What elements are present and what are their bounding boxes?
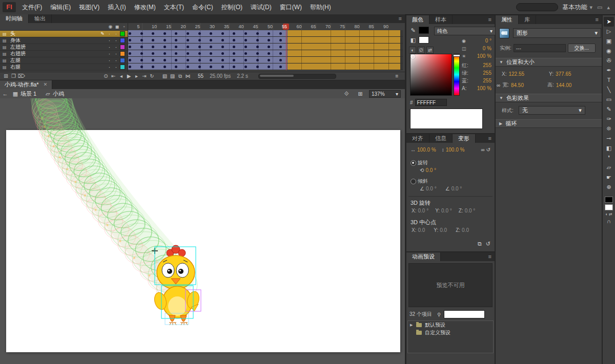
green-row[interactable]: 绿: 255	[462, 70, 491, 76]
lasso-tool[interactable]: ✇	[604, 56, 614, 66]
menu-修改(M)[interactable]: 修改(M)	[130, 0, 160, 14]
layer-lock-dot[interactable]: ·	[113, 65, 119, 70]
panel-menu-icon[interactable]: ≡	[596, 15, 602, 24]
selected-frames-span[interactable]	[288, 44, 400, 50]
tab-library[interactable]: 库	[519, 15, 536, 24]
reset-scale-icon[interactable]: ↺	[486, 147, 490, 153]
rotate-radio[interactable]	[411, 160, 416, 166]
scale-y-value[interactable]: 100.0 %	[446, 147, 465, 153]
keyframe-dot[interactable]	[221, 39, 224, 41]
selection-tool[interactable]: ➤	[604, 17, 614, 27]
menu-编辑(E)[interactable]: 编辑(E)	[46, 0, 75, 14]
hue-slider[interactable]	[454, 54, 460, 96]
style-dropdown[interactable]: 无 ▾	[519, 106, 585, 115]
swap-button[interactable]: 交换...	[568, 44, 596, 53]
keyframe-dot[interactable]	[268, 32, 270, 35]
keyframe-dot[interactable]	[233, 52, 235, 55]
instance-name-box[interactable]: ---	[514, 44, 566, 52]
skew-x-value[interactable]: 0.0 °	[426, 186, 437, 191]
rot3d-x-value[interactable]: 0.0 °	[418, 208, 428, 213]
keyframe-dot[interactable]	[129, 46, 131, 48]
frames-右翅膀[interactable]	[128, 50, 403, 57]
keyframe-dot[interactable]	[210, 32, 212, 35]
tween-span[interactable]	[128, 30, 288, 36]
saturation-row[interactable]: ◫ 0 %	[462, 45, 491, 52]
tab-timeline[interactable]: 时间轴	[0, 14, 29, 23]
last-frame-button[interactable]: ⇥	[140, 73, 148, 79]
scrollbar-thumb[interactable]	[260, 75, 294, 77]
pencil-tool[interactable]: ✎	[604, 104, 614, 114]
frames-身体[interactable]	[128, 37, 403, 44]
menu-窗口(W)[interactable]: 窗口(W)	[276, 0, 306, 14]
stroke-color-control[interactable]: ✎	[409, 27, 429, 34]
tab-info[interactable]: 信息	[429, 134, 453, 143]
stroke-color-chip[interactable]	[419, 27, 429, 34]
tab-transform[interactable]: 变形	[453, 134, 476, 143]
keyframe-dot[interactable]	[210, 66, 212, 68]
keyframe-dot[interactable]	[268, 52, 270, 55]
rectangle-tool[interactable]: ▭	[604, 95, 614, 104]
pen-tool[interactable]: ✒	[604, 66, 614, 75]
keyframe-dot[interactable]	[187, 66, 189, 68]
3d-rotation-tool[interactable]: ◉	[604, 46, 614, 56]
zoom-dropdown[interactable]: 137% ▾	[369, 90, 401, 98]
keyframe-dot[interactable]	[256, 39, 259, 41]
frame-ruler[interactable]: 51015202530354045505560657075808590	[128, 23, 403, 31]
looping-section[interactable]: ▶ 循环	[496, 119, 602, 128]
keyframe-dot[interactable]	[140, 59, 143, 61]
layer-lock-dot[interactable]: ·	[113, 51, 119, 57]
keyframe-dot[interactable]	[279, 46, 282, 48]
position-size-section[interactable]: ▼ 位置和大小	[496, 58, 602, 67]
selected-frames-span[interactable]	[288, 30, 400, 36]
default-colors-icon[interactable]: ◐	[409, 47, 416, 54]
symbol-breadcrumb[interactable]: 小鸡	[53, 90, 64, 98]
keyframe-dot[interactable]	[198, 46, 201, 48]
preset-folder-自定义预设[interactable]: 自定义预设	[408, 329, 493, 336]
new-layer-button[interactable]: ⊞	[2, 73, 10, 79]
stroke-color-chip[interactable]	[605, 197, 613, 203]
layer-outline-color-chip[interactable]	[120, 65, 125, 70]
first-frame-button[interactable]: ⇤	[110, 73, 117, 79]
keyframe-dot[interactable]	[210, 59, 212, 61]
layer-visibility-dot[interactable]: ·	[106, 45, 113, 50]
keyframe-dot[interactable]	[198, 32, 201, 35]
color-marker[interactable]	[411, 54, 415, 59]
tab-align[interactable]: 对齐	[406, 134, 429, 143]
paint-bucket-tool[interactable]: ◧	[604, 143, 614, 153]
menu-文本(T)[interactable]: 文本(T)	[160, 0, 188, 14]
layer-lock-dot[interactable]: ·	[113, 31, 119, 37]
keyframe-dot[interactable]	[221, 66, 224, 68]
keyframe-dot[interactable]	[187, 59, 189, 61]
layer-lock-dot[interactable]: ·	[113, 58, 119, 63]
keyframe-dot[interactable]	[221, 52, 224, 55]
blue-row[interactable]: 蓝: 255	[462, 77, 491, 84]
y-position-value[interactable]: 377.65	[556, 71, 571, 77]
edit-scene-button[interactable]: ⟐	[341, 91, 352, 97]
window-layout-icon[interactable]: ▭	[597, 4, 602, 11]
keyframe-dot[interactable]	[129, 39, 131, 41]
brightness-row[interactable]: ☀ 100 %	[462, 53, 491, 59]
keyframe-dot[interactable]	[163, 52, 166, 55]
scale-x-value[interactable]: 100.0 %	[417, 147, 436, 153]
saturation-brightness-square[interactable]	[410, 54, 452, 96]
tween-span[interactable]	[128, 57, 288, 63]
keyframe-dot[interactable]	[129, 32, 131, 35]
keyframe-dot[interactable]	[129, 66, 131, 68]
layer-outline-color-chip[interactable]	[120, 51, 125, 56]
hue-row[interactable]: ◉ 0 °	[462, 37, 491, 44]
keyframe-dot[interactable]	[175, 66, 177, 68]
frames-左腿[interactable]	[128, 57, 403, 63]
alpha-row[interactable]: A: 100 %	[462, 85, 491, 92]
edit-multiple-frames-button[interactable]: ⧉	[176, 73, 184, 79]
show-hide-all-icon[interactable]: ◉	[107, 24, 114, 29]
center-y-value[interactable]: 0.0	[440, 227, 447, 233]
keyframe-dot[interactable]	[163, 59, 166, 61]
menu-视图(V)[interactable]: 视图(V)	[75, 0, 104, 14]
width-value[interactable]: 84.50	[511, 82, 524, 88]
keyframe-dot[interactable]	[221, 32, 224, 35]
keyframe-dot[interactable]	[244, 59, 247, 61]
layer-outline-color-chip[interactable]	[120, 31, 125, 36]
frames-右腿[interactable]	[128, 63, 403, 70]
keyframe-dot[interactable]	[244, 46, 247, 48]
keyframe-dot[interactable]	[175, 32, 177, 35]
